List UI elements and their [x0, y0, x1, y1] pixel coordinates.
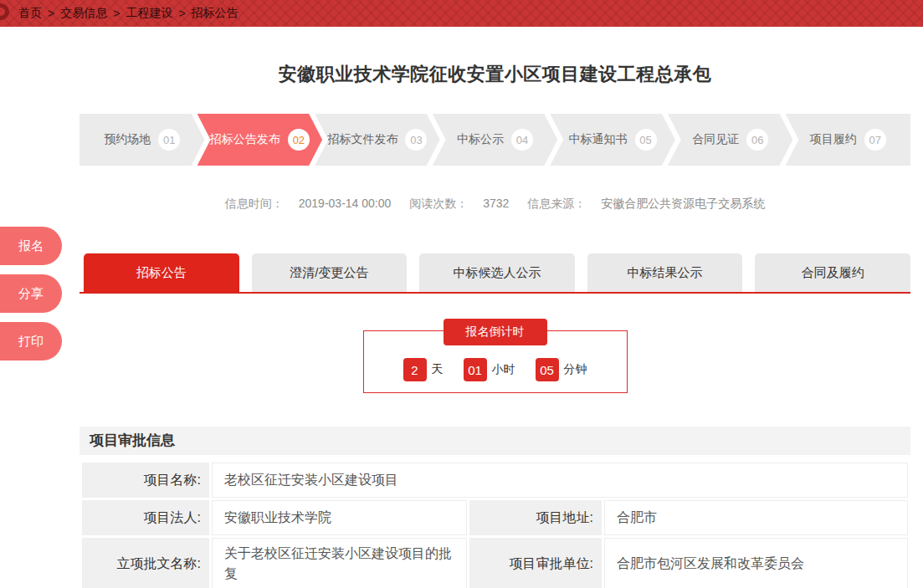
share-button[interactable]: 分享 [0, 274, 62, 313]
step-number-badge: 04 [511, 129, 533, 151]
process-steps: 预约场地 01 招标公告发布 02 招标文件发布 03 中标公示 04 中标通知… [79, 114, 910, 166]
countdown-days-unit: 天 [432, 362, 444, 377]
countdown-days: 2 天 [403, 358, 444, 381]
tab-contract-performance[interactable]: 合同及履约 [755, 253, 910, 292]
meta-views-label: 阅读次数： [409, 197, 468, 210]
breadcrumb-home[interactable]: 首页 [18, 6, 42, 21]
page-title: 安徽职业技术学院征收安置小区项目建设工程总承包 [79, 62, 910, 87]
countdown-minutes-unit: 分钟 [564, 362, 587, 377]
breadcrumb-separator: > [178, 7, 185, 20]
table-row: 立项批文名称: 关于老校区征迁安装小区建设项目的批复 项目审批单位: 合肥市包河… [82, 538, 908, 588]
step-tender-notice-published[interactable]: 招标公告发布 02 [197, 114, 323, 166]
field-value-project-name: 老校区征迁安装小区建设项目 [212, 463, 908, 498]
step-project-performance[interactable]: 项目履约 07 [785, 114, 910, 166]
step-label: 预约场地 [104, 132, 151, 147]
field-value-approval-authority: 合肥市包河区发展和改革委员会 [604, 538, 908, 588]
step-number-badge: 05 [635, 129, 657, 151]
meta-source-label: 信息来源： [527, 197, 586, 210]
signup-countdown-box: 报名倒计时 2 天 01 小时 05 分钟 [363, 330, 628, 393]
meta-views-value: 3732 [483, 197, 509, 210]
meta-time-value: 2019-03-14 00:00 [299, 197, 392, 210]
breadcrumb-separator: > [113, 7, 120, 20]
floating-action-buttons: 报名 分享 打印 [0, 227, 62, 360]
content-wrapper: 安徽职业技术学院征收安置小区项目建设工程总承包 预约场地 01 招标公告发布 0… [79, 62, 910, 588]
tab-candidate-publicity[interactable]: 中标候选人公示 [419, 253, 575, 292]
step-number-badge: 07 [864, 129, 886, 151]
breadcrumb-tender-notice[interactable]: 招标公告 [192, 6, 238, 21]
section-title-project-approval: 项目审批信息 [79, 427, 910, 455]
table-row: 项目名称: 老校区征迁安装小区建设项目 [82, 463, 908, 498]
table-row: 项目法人: 安徽职业技术学院 项目地址: 合肥市 [82, 500, 908, 535]
step-label: 中标通知书 [569, 132, 628, 147]
step-number-badge: 03 [405, 129, 427, 151]
notice-tabs: 招标公告 澄清/变更公告 中标候选人公示 中标结果公示 合同及履约 [79, 253, 910, 294]
countdown-values: 2 天 01 小时 05 分钟 [364, 358, 627, 381]
print-button[interactable]: 打印 [0, 322, 62, 360]
countdown-minutes-value: 05 [536, 358, 559, 381]
field-label-legal-person: 项目法人: [82, 500, 209, 535]
step-award-notification[interactable]: 中标通知书 05 [550, 114, 675, 166]
project-approval-table: 项目名称: 老校区征迁安装小区建设项目 项目法人: 安徽职业技术学院 项目地址:… [79, 460, 910, 588]
breadcrumb-trade-info[interactable]: 交易信息 [60, 6, 107, 21]
field-value-approval-doc-name: 关于老校区征迁安装小区建设项目的批复 [212, 538, 467, 588]
step-winner-publicity[interactable]: 中标公示 04 [433, 114, 558, 166]
countdown-hours-value: 01 [464, 358, 487, 381]
step-label: 合同见证 [692, 132, 739, 147]
step-label: 中标公示 [457, 132, 504, 147]
step-label: 项目履约 [810, 132, 857, 147]
countdown-minutes: 05 分钟 [536, 358, 587, 381]
countdown-hours: 01 小时 [464, 358, 515, 381]
countdown-title: 报名倒计时 [444, 319, 547, 345]
tab-result-publicity[interactable]: 中标结果公示 [587, 253, 743, 292]
field-label-approval-doc-name: 立项批文名称: [82, 538, 209, 588]
signup-button[interactable]: 报名 [0, 227, 62, 265]
step-tender-docs-published[interactable]: 招标文件发布 03 [315, 114, 440, 166]
step-reserve-venue[interactable]: 预约场地 01 [79, 114, 205, 166]
breadcrumb-bar: 首页 > 交易信息 > 工程建设 > 招标公告 [0, 0, 923, 27]
countdown-hours-unit: 小时 [492, 362, 515, 377]
breadcrumb: 首页 > 交易信息 > 工程建设 > 招标公告 [18, 6, 238, 21]
location-pin-icon [0, 3, 9, 20]
field-label-project-name: 项目名称: [82, 463, 209, 498]
step-label: 招标公告发布 [210, 132, 280, 147]
countdown-days-value: 2 [403, 358, 427, 381]
meta-time-label: 信息时间： [225, 197, 284, 210]
step-number-badge: 06 [746, 129, 768, 151]
tab-tender-notice[interactable]: 招标公告 [84, 253, 239, 292]
field-label-project-address: 项目地址: [469, 500, 602, 535]
field-value-legal-person: 安徽职业技术学院 [212, 500, 467, 535]
article-meta: 信息时间：2019-03-14 00:00 阅读次数：3732 信息来源：安徽合… [79, 197, 910, 212]
step-contract-witness[interactable]: 合同见证 06 [668, 114, 793, 166]
meta-source-value: 安徽合肥公共资源电子交易系统 [601, 197, 765, 210]
field-label-approval-authority: 项目审批单位: [469, 538, 602, 588]
breadcrumb-engineering[interactable]: 工程建设 [126, 6, 172, 21]
tab-clarification-change[interactable]: 澄清/变更公告 [252, 253, 408, 292]
field-value-project-address: 合肥市 [604, 500, 908, 535]
step-number-badge: 02 [288, 129, 310, 151]
breadcrumb-separator: > [48, 7, 54, 20]
step-label: 招标文件发布 [327, 132, 397, 147]
step-number-badge: 01 [158, 129, 180, 151]
